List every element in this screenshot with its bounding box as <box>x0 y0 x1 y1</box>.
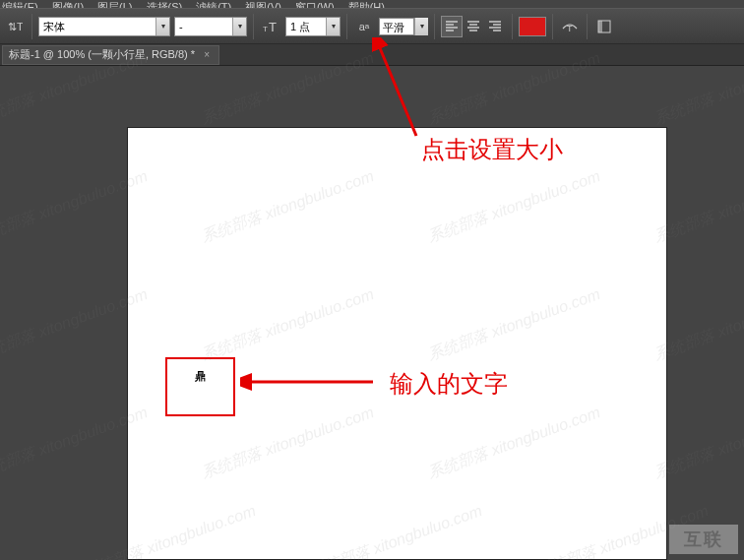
warp-text-button[interactable]: T <box>559 16 581 37</box>
svg-text:T: T <box>269 20 277 34</box>
antialias-value: 平滑 <box>379 18 414 35</box>
text-input-box[interactable]: 鼎 <box>165 357 235 416</box>
svg-text:T: T <box>567 24 573 33</box>
svg-text:⇅T: ⇅T <box>8 21 23 32</box>
menu-window[interactable]: 窗口(W) <box>295 0 335 8</box>
chevron-down-icon[interactable]: ▾ <box>326 18 340 35</box>
panel-toggle-button[interactable] <box>593 16 615 37</box>
divider <box>31 14 32 39</box>
text-options-toolbar: ⇅T 宋体 ▾ - ▾ TT 1 点 ▾ aa 平滑 ▾ T <box>0 8 744 44</box>
document-tab-bar: 标题-1 @ 100% (一颗小行星, RGB/8) * × <box>0 44 744 66</box>
menu-edit[interactable]: 编辑(E) <box>2 0 38 8</box>
corner-watermark: 互联 <box>669 525 738 554</box>
chevron-down-icon[interactable]: ▾ <box>155 18 169 35</box>
divider <box>552 14 553 39</box>
svg-text:T: T <box>263 25 268 33</box>
divider <box>434 14 435 39</box>
divider <box>346 14 347 39</box>
divider <box>253 14 254 39</box>
font-family-dropdown[interactable]: 宋体 ▾ <box>38 17 170 36</box>
document-tab-title: 标题-1 @ 100% (一颗小行星, RGB/8) * <box>9 47 195 62</box>
font-style-dropdown[interactable]: - ▾ <box>174 17 247 36</box>
close-icon[interactable]: × <box>201 49 213 61</box>
canvas-area: 鼎 <box>0 66 744 560</box>
font-size-dropdown[interactable]: 1 点 ▾ <box>285 17 341 36</box>
document-tab[interactable]: 标题-1 @ 100% (一颗小行星, RGB/8) * × <box>2 45 219 65</box>
font-family-value: 宋体 <box>39 18 155 35</box>
text-box-content: 鼎 <box>195 369 206 384</box>
align-center-button[interactable] <box>463 16 484 37</box>
antialias-dropdown[interactable]: 平滑 ▾ <box>379 17 428 36</box>
chevron-down-icon[interactable]: ▾ <box>232 18 246 35</box>
align-right-button[interactable] <box>484 16 506 37</box>
divider <box>512 14 513 39</box>
text-align-group <box>441 16 506 37</box>
menu-layer[interactable]: 图层(L) <box>97 0 132 8</box>
document-canvas[interactable]: 鼎 <box>127 127 667 560</box>
align-left-button[interactable] <box>441 16 463 37</box>
menu-select[interactable]: 选择(S) <box>147 0 183 8</box>
chevron-down-icon[interactable]: ▾ <box>414 18 428 35</box>
font-style-value: - <box>175 18 232 35</box>
text-orientation-button[interactable]: ⇅T <box>4 16 26 37</box>
menu-filter[interactable]: 滤镜(T) <box>196 0 231 8</box>
text-color-swatch[interactable] <box>519 17 546 36</box>
menu-help[interactable]: 帮助(H) <box>348 0 385 8</box>
menubar: 编辑(E) 图像(I) 图层(L) 选择(S) 滤镜(T) 视图(V) 窗口(W… <box>0 0 744 8</box>
antialias-icon: aa <box>353 16 375 37</box>
divider <box>587 14 588 39</box>
svg-rect-5 <box>598 21 602 32</box>
menu-image[interactable]: 图像(I) <box>52 0 84 8</box>
menu-view[interactable]: 视图(V) <box>245 0 281 8</box>
font-size-icon: TT <box>260 16 281 37</box>
font-size-value: 1 点 <box>286 18 326 35</box>
